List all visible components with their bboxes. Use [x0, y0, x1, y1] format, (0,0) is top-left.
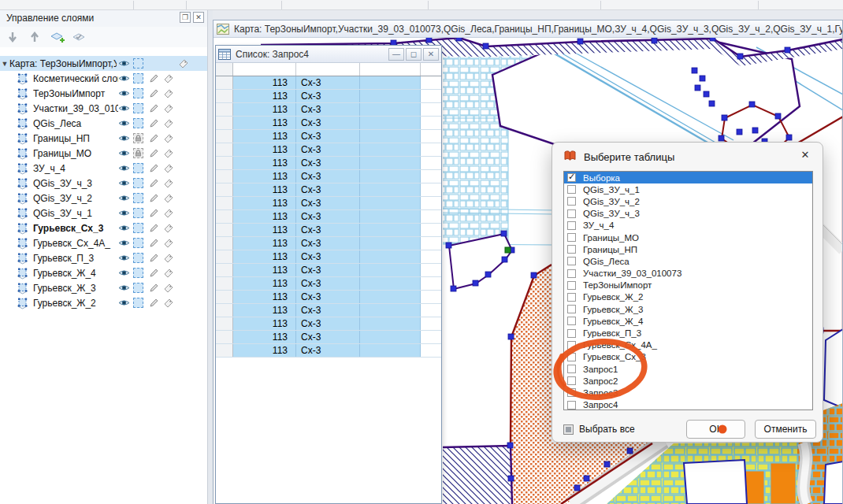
table-row[interactable]: 113 Сх-3: [216, 143, 441, 157]
layer-row[interactable]: QGis_ЗУ_ч_2: [0, 191, 207, 206]
label-tag-icon[interactable]: [163, 148, 174, 159]
edit-pencil-icon[interactable]: [149, 103, 159, 113]
dialog-close-icon[interactable]: ✕: [799, 149, 811, 161]
table-window-titlebar[interactable]: Список: Запрос4 — ◻ ✕: [216, 46, 441, 63]
row-selector[interactable]: [216, 291, 233, 303]
table-list-item[interactable]: ✓ Границы_МО: [564, 232, 812, 243]
layer-row[interactable]: Гурьевск_Сх_4А_: [0, 235, 207, 250]
item-checkbox[interactable]: ✓: [567, 365, 576, 373]
table-row[interactable]: 113 Сх-3: [216, 291, 441, 304]
layer-row[interactable]: QGis_ЗУ_ч_1: [0, 206, 207, 220]
table-row[interactable]: 113 Сх-3: [216, 277, 441, 291]
visibility-eye-icon[interactable]: [118, 209, 130, 217]
layer-row[interactable]: Гурьевск_Сх_3: [0, 220, 207, 235]
panel-splitter[interactable]: [207, 10, 213, 504]
row-selector[interactable]: [216, 143, 233, 156]
table-row[interactable]: 113 Сх-3: [216, 224, 441, 237]
label-tag-icon[interactable]: [163, 268, 174, 279]
selectable-checkbox[interactable]: [133, 73, 143, 83]
edit-pencil-icon[interactable]: [149, 238, 159, 248]
visibility-eye-icon[interactable]: [118, 164, 130, 172]
table-list-item[interactable]: ✓ Запрос1: [564, 363, 812, 375]
close-icon[interactable]: ✕: [423, 48, 439, 61]
item-checkbox[interactable]: ✓: [567, 341, 576, 350]
row-selector[interactable]: [216, 331, 233, 343]
label-tag-icon[interactable]: [163, 118, 174, 129]
table-row[interactable]: 113 Сх-3: [216, 264, 441, 277]
table-row[interactable]: 113 Сх-3: [216, 344, 441, 358]
layer-row[interactable]: QGis_ЗУ_ч_3: [0, 176, 207, 191]
item-checkbox[interactable]: ✓: [567, 197, 576, 206]
column-header[interactable]: [233, 63, 296, 76]
table-list-item[interactable]: ✓ Запрос3: [564, 387, 812, 398]
table-list-item[interactable]: ✓ Гурьевск_Ж_2: [564, 291, 812, 303]
table-list-item[interactable]: ✓ QGis_ЗУ_ч_2: [564, 195, 812, 207]
table-row[interactable]: 113 Сх-3: [216, 170, 441, 183]
column-header[interactable]: [296, 63, 360, 76]
row-selector[interactable]: [216, 264, 233, 276]
table-row[interactable]: 113 Сх-3: [216, 210, 441, 224]
visibility-eye-icon[interactable]: [118, 89, 130, 98]
visibility-eye-icon[interactable]: [118, 119, 130, 128]
visibility-eye-icon[interactable]: [118, 74, 130, 83]
panel-close-icon[interactable]: ✕: [193, 12, 204, 23]
item-checkbox[interactable]: ✓: [567, 257, 576, 265]
table-row[interactable]: 113 Сх-3: [216, 76, 441, 90]
table-list-item[interactable]: ✓ Выборка: [564, 172, 812, 183]
item-checkbox[interactable]: ✓: [567, 388, 576, 397]
layer-row[interactable]: Косметический слой: [0, 71, 207, 86]
table-list-item[interactable]: ✓ QGis_Леса: [564, 255, 812, 267]
row-selector[interactable]: [216, 103, 233, 116]
selectable-checkbox[interactable]: [133, 103, 143, 113]
layer-row[interactable]: QGis_Леса: [0, 116, 207, 131]
selectable-checkbox[interactable]: [133, 133, 143, 143]
visibility-eye-icon[interactable]: [118, 298, 130, 307]
restore-icon[interactable]: ◻: [406, 48, 422, 61]
layer-row[interactable]: Участки_39_03_010073: [0, 101, 207, 116]
table-row[interactable]: 113 Сх-3: [216, 317, 441, 331]
edit-pencil-icon[interactable]: [149, 283, 159, 293]
table-list-item[interactable]: ✓ Гурьевск_Сх_3: [564, 351, 812, 363]
label-tag-icon[interactable]: [163, 253, 174, 264]
item-checkbox[interactable]: ✓: [567, 233, 576, 242]
item-checkbox[interactable]: ✓: [567, 317, 576, 325]
item-checkbox[interactable]: ✓: [567, 209, 576, 218]
label-tag-icon[interactable]: [163, 73, 174, 84]
label-tag-icon[interactable]: [163, 208, 174, 219]
item-checkbox[interactable]: ✓: [567, 329, 576, 338]
label-tag-icon[interactable]: [163, 193, 174, 204]
row-selector[interactable]: [216, 130, 233, 143]
table-row[interactable]: 113 Сх-3: [216, 331, 441, 344]
edit-pencil-icon[interactable]: [149, 148, 159, 158]
column-header[interactable]: [360, 63, 421, 76]
row-selector[interactable]: [216, 344, 233, 357]
selectable-checkbox[interactable]: [133, 163, 143, 173]
table-row[interactable]: 113 Сх-3: [216, 103, 441, 117]
table-list-item[interactable]: ✓ ТерЗоныИмпорт: [564, 280, 812, 291]
visibility-eye-icon[interactable]: [118, 224, 130, 232]
row-selector[interactable]: [216, 224, 233, 236]
expand-triangle-icon[interactable]: ▼: [0, 60, 9, 68]
item-checkbox[interactable]: ✓: [567, 376, 576, 385]
layer-row[interactable]: Гурьевск_Ж_2: [0, 295, 207, 310]
table-list-item[interactable]: ✓ Гурьевск_Сх_4А_: [564, 339, 812, 351]
table-list-item[interactable]: ✓ QGis_ЗУ_ч_3: [564, 208, 812, 220]
table-row[interactable]: 113 Сх-3: [216, 304, 441, 317]
map-window-titlebar[interactable]: Карта: ТерЗоныИмпорт,Участки_39_03_01007…: [214, 20, 842, 38]
row-selector[interactable]: [216, 90, 233, 102]
visibility-eye-icon[interactable]: [118, 194, 130, 202]
row-selector[interactable]: [216, 237, 233, 250]
label-tag-icon[interactable]: [163, 163, 174, 174]
item-checkbox[interactable]: ✓: [567, 281, 576, 290]
item-checkbox[interactable]: ✓: [567, 221, 576, 230]
table-row[interactable]: 113 Сх-3: [216, 90, 441, 103]
layer-row[interactable]: Гурьевск_Ж_4: [0, 265, 207, 280]
minimize-icon[interactable]: —: [388, 48, 404, 61]
table-row[interactable]: 113 Сх-3: [216, 250, 441, 264]
edit-pencil-icon[interactable]: [149, 73, 159, 83]
selectable-checkbox[interactable]: [133, 58, 143, 69]
edit-pencil-icon[interactable]: [149, 118, 159, 128]
item-checkbox[interactable]: ✓: [567, 293, 576, 302]
table-list-item[interactable]: ✓ ЗУ_ч_4: [564, 220, 812, 232]
item-checkbox[interactable]: ✓: [567, 401, 576, 410]
